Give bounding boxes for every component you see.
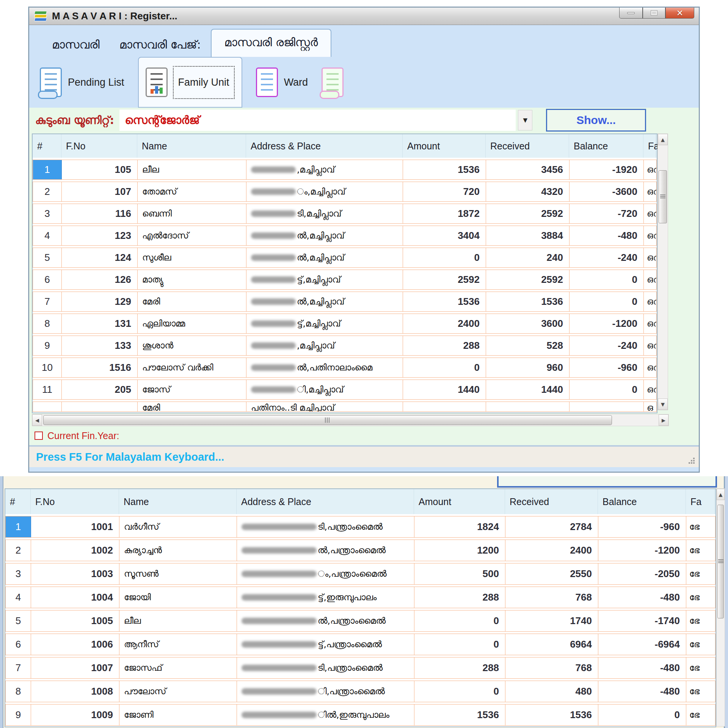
- table-row[interactable]: 31003സൂസൺം,പന്ത്രാംമൈൽ5002550-2050ഭേ: [5, 563, 715, 585]
- tab-masavari-page[interactable]: മാസവരി പേജ്:: [110, 33, 211, 57]
- cell-addr: ട്ട്,മച്ചിപ്ലാവ്: [246, 270, 403, 289]
- minimize-button[interactable]: [619, 8, 643, 19]
- resize-grip-icon[interactable]: [688, 457, 695, 464]
- scroll-up-icon[interactable]: ▲: [717, 489, 725, 500]
- column-header-fa[interactable]: Fa: [686, 489, 715, 514]
- cell-rcv: 4320: [486, 182, 570, 201]
- cell-rcv: 2400: [505, 540, 598, 561]
- cell-rcv: 528: [486, 336, 570, 355]
- cell-rcv: 6964: [505, 634, 598, 655]
- masavari-window: M A S A V A R I : Register... ✕ മാസവരി മ…: [28, 7, 700, 472]
- register-table: #F.NoNameAddress & PlaceAmountReceivedBa…: [32, 133, 657, 413]
- cell-amt: 0: [414, 634, 505, 655]
- cell-num: 6: [6, 634, 31, 655]
- column-header-addr[interactable]: Address & Place: [246, 134, 403, 158]
- cell-bal: -1740: [598, 610, 686, 631]
- column-header-name[interactable]: Name: [137, 134, 246, 158]
- column-header-addr[interactable]: Address & Place: [237, 489, 414, 514]
- cell-rcv: 1740: [505, 610, 598, 631]
- column-header-num[interactable]: #: [33, 134, 61, 158]
- cell-bal: -1200: [570, 314, 644, 333]
- tab-masavari[interactable]: മാസവരി: [42, 33, 110, 57]
- cell-num: 2: [6, 540, 31, 561]
- current-fin-year-checkbox[interactable]: [35, 431, 43, 440]
- table-row[interactable]: 8131ഏലിയാമ്മട്ട്,മച്ചിപ്ലാവ്24003600-120…: [33, 314, 657, 334]
- table-row[interactable]: 9133ശൂശാൻ,മച്ചിപ്ലാവ്288528-240ഒറ: [33, 336, 657, 356]
- table-row[interactable]: 3116ബെന്നിടി,മച്ചിപ്ലാവ്18722592-720ഒറ: [33, 204, 657, 224]
- cell-bal: -960: [570, 358, 644, 377]
- column-header-amt[interactable]: Amount: [414, 489, 505, 514]
- cell-rcv: 1536: [505, 704, 598, 725]
- pending-list-button[interactable]: Pending List: [40, 67, 124, 97]
- vertical-scrollbar[interactable]: ▲ ▼: [657, 133, 668, 410]
- table-row[interactable]: 61006ആനീസ്ട്ട്,പന്ത്രാംമൈൽ06964-6964ഭേ: [5, 634, 715, 655]
- cell-fa: ഭേ: [686, 704, 715, 725]
- scrollbar-thumb[interactable]: [717, 505, 724, 618]
- cell-fa: ഭേ: [686, 563, 715, 584]
- table-row[interactable]: 41004ജോയിട്ട്,ഇരുമ്പുപാലം288768-480ഭേ: [5, 587, 715, 608]
- scroll-left-icon[interactable]: ◀: [32, 414, 42, 426]
- maximize-button[interactable]: [643, 8, 665, 19]
- column-header-bal[interactable]: Balance: [569, 134, 643, 158]
- ward-button[interactable]: Ward: [256, 67, 308, 97]
- toolbar: Pending List Family Unit Ward: [29, 57, 699, 108]
- column-header-amt[interactable]: Amount: [403, 134, 486, 158]
- column-header-name[interactable]: Name: [119, 489, 237, 514]
- family-unit-button[interactable]: Family Unit: [138, 57, 242, 108]
- redacted-text: [242, 618, 317, 624]
- cell-rcv: 2550: [505, 563, 598, 584]
- bar-chart-icon: [151, 86, 164, 94]
- redacted-text: [242, 547, 317, 554]
- table-row[interactable]: 2107തോമസ്ം,മച്ചിപ്ലാവ്7204320-3600ഒറ: [33, 182, 657, 202]
- column-header-rcv[interactable]: Received: [486, 134, 569, 158]
- table-row[interactable]: 6126മാത്യുട്ട്,മച്ചിപ്ലാവ്259225920ഒറ: [33, 270, 657, 290]
- cell-fa: ഭേ: [686, 516, 715, 537]
- cell-name: സുശീല: [138, 248, 246, 267]
- close-button[interactable]: ✕: [665, 8, 694, 19]
- show-button[interactable]: Show...: [546, 109, 646, 132]
- column-header-num[interactable]: #: [5, 489, 31, 514]
- table-row[interactable]: 4123എൽദോസ്ൽ,മച്ചിപ്ലാവ്34043884-480ഒറ: [33, 226, 657, 246]
- horizontal-scrollbar[interactable]: ◀ ▶: [32, 414, 669, 426]
- cell-fa: ഒറ: [644, 226, 656, 245]
- tab-masavari-register[interactable]: മാസവരി രജിസ്റ്റർ: [211, 29, 332, 57]
- report-scroll-button[interactable]: [322, 67, 344, 97]
- tab-strip: മാസവരി മാസവരി പേജ്: മാസവരി രജിസ്റ്റർ: [29, 25, 699, 57]
- table-row[interactable]: 101516പൗലോസ് വർക്കിൽ,പതിനാലാംമൈ0960-960ഒ…: [33, 358, 657, 378]
- table-row[interactable]: 51005ലീലൽ,പന്ത്രാംമൈൽ01740-1740ഭേ: [5, 610, 715, 632]
- table-row[interactable]: 81008പൗലോസ്ി,പന്ത്രാംമൈൽ0480-480ഭേ: [5, 681, 715, 702]
- scroll-down-icon[interactable]: ▼: [658, 399, 668, 410]
- cell-name: ലീല: [119, 610, 237, 631]
- table-row[interactable]: 7129മേരിൽ,മച്ചിപ്ലാവ്153615360ഒറ: [33, 292, 657, 312]
- table-row[interactable]: 1105ലീല,മച്ചിപ്ലാവ്15363456-1920ഒറ: [33, 160, 657, 180]
- redacted-text: [251, 386, 296, 393]
- scroll-right-icon[interactable]: ▶: [659, 414, 668, 426]
- column-header-fno[interactable]: F.No: [61, 134, 137, 158]
- redacted-text: [251, 298, 296, 305]
- vertical-scrollbar[interactable]: ▲: [716, 488, 725, 726]
- table-row[interactable]: 11205ജോസ്ി,മച്ചിപ്ലാവ്144014400ഒറ: [33, 380, 657, 400]
- cell-name: കുര്യാച്ചൻ: [119, 540, 237, 561]
- hscrollbar-thumb[interactable]: [43, 415, 612, 425]
- table-row[interactable]: 21002കുര്യാച്ചൻൽ,പന്ത്രാംമൈൽ12002400-120…: [5, 540, 715, 561]
- scroll-up-icon[interactable]: ▲: [658, 134, 668, 145]
- cell-addr: ൽ,മച്ചിപ്ലാവ്: [246, 226, 403, 245]
- table-row[interactable]: 91009ജോണിിൽ,ഇരുമ്പുപാലം153615360ഭേ: [5, 704, 715, 726]
- table-row[interactable]: 5124സുശീലൽ,മച്ചിപ്ലാവ്0240-240ഒറ: [33, 248, 657, 268]
- combobox-dropdown-button[interactable]: ▼: [518, 110, 532, 130]
- cell-addr: ടി,മച്ചിപ്ലാവ്: [246, 204, 403, 223]
- column-header-fno[interactable]: F.No: [31, 489, 119, 514]
- table-row[interactable]: 11001വർഗീസ്ടി,പന്ത്രാംമൈൽ18242784-960ഭേ: [5, 516, 715, 538]
- family-unit-combobox[interactable]: സെന്റ്ജോർജ്: [119, 110, 516, 131]
- cell-rcv: [486, 402, 570, 411]
- table-row[interactable]: 71007ജോസഫ്ടി,പന്ത്രാംമൈൽ288768-480ഭേ: [5, 657, 715, 679]
- table-row[interactable]: മേരിപതിനാം..ടി മച്ചിപ്ലാവ്ഒ: [33, 402, 657, 412]
- cell-addr: പതിനാം..ടി മച്ചിപ്ലാവ്: [246, 402, 403, 411]
- cell-fa: ഒറ: [644, 314, 656, 333]
- scrollbar-thumb[interactable]: [659, 170, 667, 223]
- show-button-partial[interactable]: [497, 476, 717, 488]
- titlebar[interactable]: M A S A V A R I : Register... ✕: [29, 8, 699, 25]
- column-header-bal[interactable]: Balance: [598, 489, 686, 514]
- column-header-fa[interactable]: Fa: [643, 134, 656, 158]
- column-header-rcv[interactable]: Received: [505, 489, 598, 514]
